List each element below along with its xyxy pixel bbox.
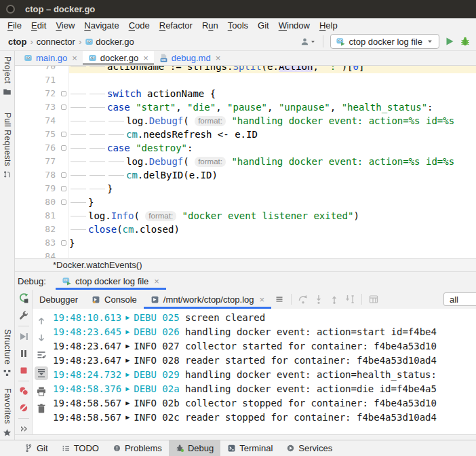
breadcrumb-item-ctop[interactable]: ctop [8, 37, 26, 47]
menu-item-refactor[interactable]: Refactor [155, 20, 197, 31]
code-text[interactable]: case "start", "die", "pause", "unpause",… [69, 100, 476, 114]
editor-tab-main-go[interactable]: main.go× [18, 51, 83, 65]
line-number[interactable]: 76 [15, 141, 58, 155]
menu-item-edit[interactable]: Edit [26, 20, 51, 31]
line-number[interactable]: 71 [15, 73, 58, 87]
tool-stripe-button-favorites[interactable]: Favorites [3, 388, 12, 437]
fold-gutter[interactable] [58, 73, 69, 87]
line-number[interactable]: 82 [15, 223, 58, 236]
fold-gutter[interactable] [58, 182, 69, 195]
wrench-icon[interactable] [18, 310, 29, 321]
log-line[interactable]: 19:48:58.567 ▶ INFO 02b collector stoppe… [53, 396, 476, 410]
run-button[interactable] [444, 36, 455, 47]
menu-item-code[interactable]: Code [124, 20, 155, 31]
code-text[interactable]: cm.needsRefresh <- e.ID [69, 128, 476, 141]
code-text[interactable]: } [69, 182, 476, 195]
line-number[interactable]: 77 [15, 155, 58, 168]
line-number[interactable]: 84 [15, 250, 58, 258]
toolwindow-button-git[interactable]: Git [18, 440, 55, 456]
menu-item-view[interactable]: View [51, 20, 79, 31]
fold-gutter[interactable] [58, 250, 69, 258]
line-number[interactable]: 75 [15, 128, 58, 141]
tool-stripe-button-project[interactable]: Project [3, 56, 12, 96]
line-number[interactable]: 73 [15, 100, 58, 114]
fold-gutter[interactable] [58, 128, 69, 141]
debug-tab-console[interactable]: Console [85, 290, 144, 309]
mute-breakpoints-icon[interactable] [18, 402, 29, 413]
code-text[interactable]: log.Info( format: "docker event listener… [69, 209, 476, 223]
step-over-icon[interactable] [298, 294, 309, 305]
close-tab-icon[interactable]: × [216, 54, 221, 62]
log-line[interactable]: 19:48:58.567 ▶ INFO 02c reader stopped f… [53, 410, 476, 424]
fold-marker-icon[interactable] [61, 145, 66, 151]
code-text[interactable]: actionName := strings.Split(e.Action, ":… [69, 66, 476, 73]
code-text[interactable] [69, 250, 476, 258]
window-menu-icon[interactable] [6, 5, 15, 14]
line-number[interactable]: 70 [15, 66, 58, 73]
close-tab-icon[interactable]: × [72, 54, 77, 62]
close-tab-icon[interactable]: × [259, 295, 264, 304]
breadcrumb-item-docker-go[interactable]: docker.go [96, 37, 134, 47]
rerun-icon[interactable] [18, 293, 29, 304]
up-arrow-icon[interactable] [36, 316, 47, 326]
view-breakpoints-icon[interactable] [18, 385, 29, 396]
log-line[interactable]: 19:48:58.376 ▶ DEBU 02a handling docker … [53, 381, 476, 396]
soft-wrap-icon[interactable] [36, 349, 47, 360]
code-text[interactable]: log.Debugf( format: "handling docker eve… [69, 155, 476, 168]
log-line[interactable]: 19:48:23.645 ▶ DEBU 026 handling docker … [53, 324, 476, 339]
line-number[interactable]: 83 [15, 236, 58, 250]
code-text[interactable] [69, 73, 476, 87]
log-filter-select[interactable]: all [443, 292, 476, 306]
menu-item-git[interactable]: Git [253, 20, 274, 31]
code-text[interactable]: log.Debugf( format: "handling docker eve… [69, 114, 476, 128]
line-number[interactable]: 74 [15, 114, 58, 128]
vcs-user-button[interactable] [300, 37, 316, 46]
fold-marker-icon[interactable] [61, 200, 66, 205]
tool-stripe-button-pull-requests[interactable]: Pull Requests [3, 113, 12, 179]
debug-tab-debugger[interactable]: Debugger [33, 290, 85, 309]
fold-marker-icon[interactable] [61, 186, 66, 191]
fold-gutter[interactable] [58, 195, 69, 209]
title-bar[interactable]: ctop – docker.go [0, 0, 476, 18]
stop-icon[interactable] [18, 365, 29, 376]
pause-icon[interactable] [18, 348, 29, 359]
line-number[interactable]: 78 [15, 168, 58, 182]
line-number[interactable]: 81 [15, 209, 58, 223]
menu-item-tools[interactable]: Tools [223, 20, 253, 31]
clear-icon[interactable] [36, 403, 47, 414]
fold-gutter[interactable] [58, 236, 69, 250]
step-into-icon[interactable] [313, 294, 324, 305]
log-line[interactable]: 19:48:24.732 ▶ DEBU 029 handling docker … [53, 367, 476, 381]
close-tab-icon[interactable]: × [143, 54, 148, 62]
menu-item-run[interactable]: Run [197, 20, 223, 31]
layout-grid-icon[interactable] [368, 294, 379, 305]
debug-button[interactable] [460, 36, 471, 47]
fold-gutter[interactable] [58, 66, 69, 73]
selected-toggle[interactable] [35, 366, 48, 380]
log-output-console[interactable]: 19:48:10.613 ▶ DEBU 025 screen cleared19… [50, 309, 476, 434]
fold-gutter[interactable] [58, 155, 69, 168]
fold-gutter[interactable] [58, 209, 69, 223]
toolwindow-button-services[interactable]: Services [279, 440, 339, 456]
toolwindow-button-problems[interactable]: Problems [106, 440, 169, 456]
code-editor[interactable]: 70actionName := strings.Split(e.Action, … [15, 66, 476, 258]
menu-item-help[interactable]: Help [315, 20, 342, 31]
fold-gutter[interactable] [58, 100, 69, 114]
toolwindow-button-todo[interactable]: TODO [55, 440, 106, 456]
print-icon[interactable] [36, 386, 47, 397]
editor-tab-debug-md[interactable]: MDdebug.md× [154, 51, 226, 65]
method-breadcrumb[interactable]: *Docker.watchEvents() [53, 260, 142, 270]
editor-tab-docker-go[interactable]: docker.go× [83, 51, 154, 65]
tool-stripe-button-structure[interactable]: Structure [3, 329, 12, 377]
step-out-icon[interactable] [329, 294, 340, 305]
menu-item-navigate[interactable]: Navigate [79, 20, 123, 31]
breadcrumb-item-connector[interactable]: connector [37, 37, 75, 47]
debug-tab-mnt-work-ctop-ctop-log[interactable]: /mnt/work/ctop/ctop.log× [144, 290, 271, 309]
fold-marker-icon[interactable] [61, 172, 66, 178]
code-text[interactable]: } [69, 236, 476, 250]
log-line[interactable]: 19:48:23.647 ▶ INFO 027 collector starte… [53, 339, 476, 353]
fold-gutter[interactable] [58, 87, 69, 100]
down-arrow-icon[interactable] [36, 332, 47, 343]
fold-marker-icon[interactable] [61, 91, 66, 96]
fold-gutter[interactable] [58, 223, 69, 236]
